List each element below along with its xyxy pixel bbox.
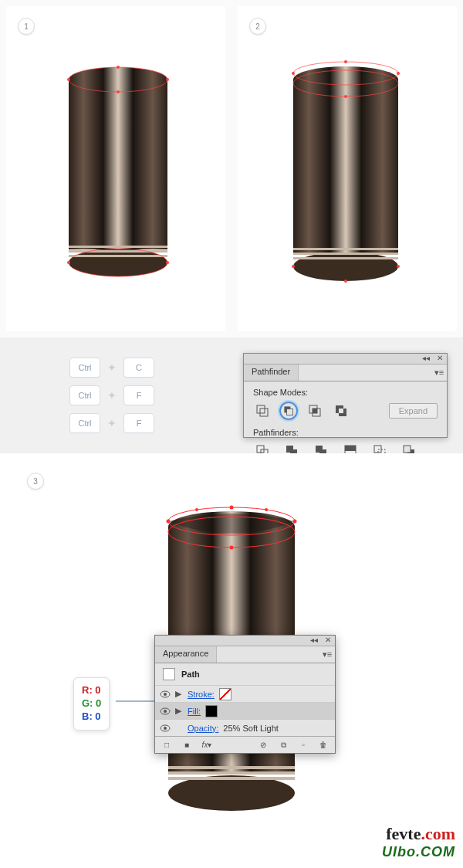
appearance-footer: □ ■ fx▾ ⊘ ⧉ ▫ 🗑: [155, 736, 335, 753]
svg-rect-17: [293, 253, 398, 255]
fill-row[interactable]: ▶ Fill:: [155, 702, 335, 719]
svg-rect-29: [257, 405, 265, 413]
svg-point-58: [293, 520, 297, 524]
watermark-top: fevte: [386, 824, 421, 843]
unite-icon[interactable]: [253, 402, 272, 420]
shortcut-copy: Ctrl ✦ C: [69, 358, 231, 378]
stroke-swatch-none[interactable]: [219, 688, 231, 700]
svg-point-9: [117, 66, 120, 69]
svg-point-68: [164, 727, 167, 730]
plus-icon: ✦: [106, 418, 117, 429]
exclude-icon[interactable]: [332, 402, 350, 420]
shortcut-paste-front-1: Ctrl ✦ F: [69, 385, 231, 405]
svg-rect-32: [287, 409, 293, 415]
svg-point-57: [167, 520, 171, 524]
svg-rect-48: [404, 446, 411, 453]
svg-point-49: [168, 775, 295, 811]
svg-rect-18: [293, 257, 398, 259]
svg-point-13: [166, 261, 169, 264]
svg-point-25: [344, 95, 347, 98]
panel-menu-icon[interactable]: ▾≡: [431, 364, 447, 381]
panel-topbar: ◂◂ ✕: [244, 354, 447, 364]
collapse-icon[interactable]: ◂◂: [419, 354, 433, 364]
svg-rect-35: [313, 409, 317, 413]
svg-rect-4: [69, 255, 167, 257]
add-effect-icon[interactable]: fx▾: [198, 738, 215, 752]
collapse-icon[interactable]: ◂◂: [307, 636, 321, 646]
svg-rect-53: [168, 777, 295, 780]
visibility-icon[interactable]: [160, 724, 171, 732]
svg-rect-44: [345, 446, 356, 451]
key-ctrl: Ctrl: [69, 413, 100, 433]
svg-point-24: [344, 60, 347, 63]
opacity-label[interactable]: Opacity:: [188, 724, 218, 733]
clear-icon[interactable]: ⊘: [255, 738, 272, 752]
pathfinder-tab[interactable]: Pathfinder: [244, 364, 299, 381]
rgb-r: R: 0: [82, 684, 101, 697]
selection-swatch: [163, 668, 175, 680]
key-f: F: [123, 413, 154, 433]
panel-menu-icon[interactable]: ▾≡: [319, 646, 335, 663]
svg-rect-38: [339, 409, 343, 413]
expand-arrow-icon[interactable]: ▶: [175, 689, 183, 699]
fill-swatch-black[interactable]: [205, 705, 218, 717]
pathfinders-label: Pathfinders:: [253, 428, 438, 437]
watermark-suffix: .com: [421, 824, 455, 843]
svg-point-12: [67, 261, 70, 264]
svg-rect-16: [293, 248, 398, 250]
key-f: F: [123, 385, 154, 405]
minus-front-icon[interactable]: [279, 402, 298, 420]
rgb-b: B: 0: [82, 710, 101, 724]
svg-point-8: [166, 78, 169, 81]
expand-arrow-icon[interactable]: ▶: [175, 706, 183, 716]
key-ctrl: Ctrl: [69, 358, 100, 378]
cylinder-illustration-2: [284, 56, 407, 296]
step-badge-2: 2: [249, 18, 266, 35]
svg-rect-52: [168, 771, 295, 775]
svg-point-62: [265, 508, 268, 511]
plus-icon: ✦: [106, 390, 117, 401]
appearance-panel: ◂◂ ✕ Appearance ▾≡ Path ▶ Stroke: ▶ Fill…: [154, 635, 336, 754]
step-2-cell: 2: [238, 6, 457, 331]
visibility-icon[interactable]: [160, 707, 171, 715]
new-icon[interactable]: ▫: [295, 738, 312, 752]
svg-point-7: [67, 78, 70, 81]
svg-point-10: [117, 90, 120, 93]
shortcut-paste-front-2: Ctrl ✦ F: [69, 413, 231, 433]
svg-point-59: [230, 506, 234, 510]
stroke-row[interactable]: ▶ Stroke:: [155, 685, 335, 702]
rgb-g: G: 0: [82, 697, 101, 710]
watermark: fevte.com UIbo.COM: [382, 824, 455, 860]
svg-rect-15: [293, 80, 398, 253]
expand-button[interactable]: Expand: [389, 403, 438, 419]
svg-point-61: [195, 508, 198, 511]
plus-icon: ✦: [106, 362, 117, 373]
svg-point-64: [164, 693, 167, 696]
rgb-values-box: R: 0 G: 0 B: 0: [73, 677, 110, 731]
keyboard-shortcuts: Ctrl ✦ C Ctrl ✦ F Ctrl ✦ F: [0, 353, 231, 438]
appearance-tab[interactable]: Appearance: [155, 646, 217, 663]
shape-modes-label: Shape Modes:: [253, 388, 438, 397]
opacity-row[interactable]: Opacity: 25% Soft Light: [155, 719, 335, 736]
stroke-label[interactable]: Stroke:: [188, 690, 215, 699]
svg-point-22: [292, 72, 295, 75]
appearance-title: Path: [181, 670, 200, 679]
key-ctrl: Ctrl: [69, 385, 100, 405]
watermark-bottom: UIbo.COM: [382, 844, 455, 860]
trash-icon[interactable]: 🗑: [315, 738, 332, 752]
duplicate-icon[interactable]: ⧉: [275, 738, 292, 752]
appearance-title-row: Path: [155, 663, 335, 685]
svg-point-60: [230, 546, 234, 550]
visibility-icon[interactable]: [160, 690, 171, 698]
svg-point-26: [292, 265, 295, 268]
svg-point-27: [397, 265, 400, 268]
close-icon[interactable]: ✕: [433, 354, 447, 364]
close-icon[interactable]: ✕: [321, 636, 335, 646]
add-fill-icon[interactable]: ■: [178, 738, 195, 752]
step-1-cell: 1: [6, 6, 225, 331]
svg-point-14: [293, 252, 398, 281]
fill-label[interactable]: Fill:: [188, 707, 201, 716]
intersect-icon[interactable]: [306, 402, 324, 420]
step-badge-3: 3: [27, 473, 44, 490]
add-stroke-icon[interactable]: □: [158, 738, 175, 752]
